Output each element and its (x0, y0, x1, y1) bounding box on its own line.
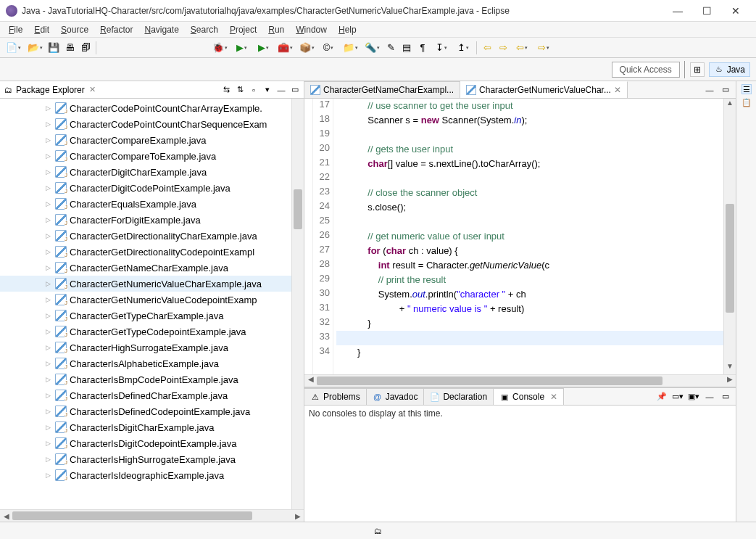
tree-item[interactable]: ▷CharacterIsDigitCharExample.java (0, 419, 304, 435)
tree-item[interactable]: ▷CharacterGetDirectionalityCharExample.j… (0, 228, 304, 244)
expand-icon[interactable]: ▷ (43, 280, 52, 287)
scroll-right-button[interactable]: ▶ (723, 375, 736, 387)
scroll-up-button[interactable]: ▲ (724, 99, 736, 111)
outline-view-button[interactable]: ☰ (742, 84, 752, 94)
expand-icon[interactable]: ▷ (43, 360, 52, 367)
expand-icon[interactable]: ▷ (43, 216, 52, 223)
scroll-down-button[interactable]: ▼ (724, 362, 736, 374)
tree-item[interactable]: ▷CharacterGetTypeCodepointExample.java (0, 324, 304, 340)
expand-icon[interactable]: ▷ (43, 376, 52, 383)
menu-edit[interactable]: Edit (28, 22, 55, 37)
new-class-button[interactable]: ©▾ (318, 41, 338, 55)
external-tools-button[interactable]: 🧰▾ (275, 41, 295, 55)
tree-item[interactable]: ▷CharacterGetDirectionalityCodepointExam… (0, 244, 304, 260)
toggle-block-button[interactable]: ▤ (399, 41, 414, 55)
history-forward-button[interactable]: ⇨▾ (533, 41, 554, 55)
tree-item[interactable]: ▷CharacterCodePointCountCharSequenceExam (0, 116, 304, 132)
history-back-button[interactable]: ⇦▾ (512, 41, 532, 55)
minimize-view-button[interactable]: — (275, 84, 287, 96)
menu-help[interactable]: Help (333, 22, 362, 37)
debug-button[interactable]: 🐞▾ (209, 41, 230, 55)
save-button[interactable]: 💾 (46, 41, 61, 55)
link-editor-button[interactable]: ⇅ (234, 84, 246, 96)
expand-icon[interactable]: ▷ (43, 232, 52, 239)
search-button[interactable]: 🔦▾ (362, 41, 382, 55)
menu-search[interactable]: Search (185, 22, 224, 37)
close-icon[interactable]: ✕ (89, 85, 96, 94)
tree-item[interactable]: ▷CharacterHighSurrogateExample.java (0, 340, 304, 355)
menu-project[interactable]: Project (224, 22, 262, 37)
tab-console[interactable]: ▣Console✕ (494, 388, 564, 405)
expand-icon[interactable]: ▷ (43, 456, 52, 463)
tree-item[interactable]: ▷CharacterGetTypeCharExample.java (0, 308, 304, 324)
next-annotation-button[interactable]: ↥▾ (453, 41, 473, 55)
expand-icon[interactable]: ▷ (43, 344, 52, 351)
new-package-button[interactable]: 📦▾ (296, 41, 317, 55)
maximize-view-button[interactable]: ▭ (289, 84, 301, 96)
package-explorer-tab[interactable]: 🗂 Package Explorer ✕ (3, 85, 218, 95)
focus-button[interactable]: ▫ (248, 84, 259, 96)
tree-item[interactable]: ▷CharacterIsDigitCodepointExample.java (0, 435, 304, 451)
expand-icon[interactable]: ▷ (43, 312, 52, 319)
maximize-view-button[interactable]: ▭ (720, 391, 731, 403)
open-button[interactable]: 📂▾ (25, 41, 45, 55)
forward-button[interactable]: ⇨ (496, 41, 510, 55)
back-button[interactable]: ⇦ (480, 41, 494, 55)
code-content[interactable]: // use scanner to get the user input Sca… (333, 99, 723, 374)
vertical-scrollbar[interactable] (291, 99, 304, 509)
toggle-mark-button[interactable]: ✎ (383, 41, 398, 55)
expand-icon[interactable]: ▷ (43, 152, 52, 160)
horizontal-scrollbar[interactable]: ◀ ▶ (304, 374, 736, 387)
expand-icon[interactable]: ▷ (43, 120, 52, 128)
expand-icon[interactable]: ▷ (43, 472, 52, 479)
expand-icon[interactable]: ▷ (43, 440, 52, 447)
display-console-button[interactable]: ▭▾ (672, 391, 684, 403)
expand-icon[interactable]: ▷ (43, 392, 52, 399)
tree-item[interactable]: ▷CharacterIsBmpCodePointExample.java (0, 371, 304, 387)
expand-icon[interactable]: ▷ (43, 248, 52, 255)
tree-item[interactable]: ▷CharacterGetNumericValueCharExample.jav… (0, 276, 304, 292)
tree-item[interactable]: ▷CharacterIsDefinedCodepointExample.java (0, 403, 304, 419)
open-perspective-button[interactable]: ⊞ (690, 62, 705, 77)
close-icon[interactable]: ✕ (614, 85, 621, 95)
expand-icon[interactable]: ▷ (43, 184, 52, 192)
editor-tab[interactable]: CharacterGetNumericValueChar... ✕ (460, 81, 628, 98)
print-button[interactable]: 🗐 (78, 41, 93, 55)
task-list-button[interactable]: 📋 (742, 97, 752, 107)
tree-item[interactable]: ▷CharacterEqualsExample.java (0, 196, 304, 212)
expand-icon[interactable]: ▷ (43, 296, 52, 303)
view-menu-button[interactable]: ▾ (262, 84, 273, 96)
expand-icon[interactable]: ▷ (43, 424, 52, 431)
code-editor[interactable]: 171819202122232425262728293031323334 // … (304, 99, 736, 374)
quick-access-input[interactable]: Quick Access (612, 62, 680, 78)
package-explorer-tree[interactable]: ▷CharacterCodePointCountCharArrayExample… (0, 99, 304, 509)
tree-item[interactable]: ▷CharacterIsHighSurrogateExample.java (0, 451, 304, 467)
menu-run[interactable]: Run (262, 22, 290, 37)
open-console-button[interactable]: ▣▾ (688, 391, 699, 403)
annotation-nav-button[interactable]: ↧▾ (431, 41, 452, 55)
run-button[interactable]: ▶▾ (231, 41, 252, 55)
close-button[interactable]: ✕ (721, 1, 750, 21)
tree-item[interactable]: ▷CharacterDigitCodePointExample.java (0, 180, 304, 196)
minimize-editor-button[interactable]: — (704, 84, 715, 96)
scroll-left-button[interactable]: ◀ (304, 375, 317, 387)
tree-item[interactable]: ▷CharacterCompareExample.java (0, 132, 304, 148)
tab-problems[interactable]: ⚠Problems (304, 388, 367, 405)
vertical-scrollbar[interactable]: ▲ ▼ (723, 99, 736, 374)
expand-icon[interactable]: ▷ (43, 328, 52, 335)
tree-item[interactable]: ▷CharacterCompareToExample.java (0, 148, 304, 164)
maximize-editor-button[interactable]: ▭ (720, 84, 731, 96)
expand-icon[interactable]: ▷ (43, 264, 52, 271)
expand-icon[interactable]: ▷ (43, 200, 52, 207)
show-whitespace-button[interactable]: ¶ (415, 41, 430, 55)
new-folder-button[interactable]: 📁▾ (340, 41, 360, 55)
pin-console-button[interactable]: 📌 (656, 391, 668, 403)
tree-item[interactable]: ▷CharacterDigitCharExample.java (0, 164, 304, 180)
scrollbar-thumb[interactable] (12, 511, 252, 520)
tree-item[interactable]: ▷CharacterGetNameCharExample.java (0, 260, 304, 276)
menu-navigate[interactable]: Navigate (138, 22, 184, 37)
expand-icon[interactable]: ▷ (43, 136, 52, 144)
run-last-button[interactable]: ▶▾ (253, 41, 273, 55)
minimize-view-button[interactable]: — (704, 391, 715, 403)
scroll-right-button[interactable]: ▶ (291, 512, 304, 520)
